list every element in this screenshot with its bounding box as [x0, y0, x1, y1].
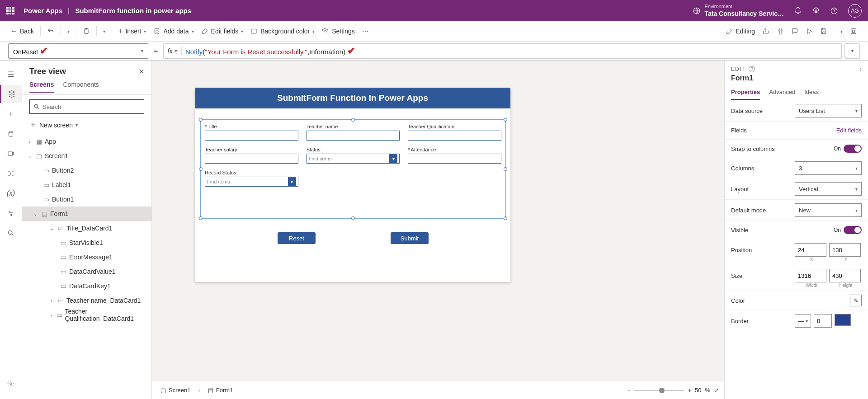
tree-item-screen1[interactable]: ⌄▢Screen1	[22, 149, 151, 163]
ptab-properties[interactable]: Properties	[731, 86, 760, 100]
fx-function: Notify	[185, 48, 203, 56]
ptab-ideas[interactable]: Ideas	[804, 86, 819, 100]
environment-picker[interactable]: Environment Tata Consultancy Servic…	[693, 4, 784, 18]
comments-button[interactable]	[788, 26, 801, 37]
tree-item-label1[interactable]: ▭Label1	[22, 178, 151, 192]
hamburger-icon[interactable]: ☰	[0, 65, 22, 83]
width-input[interactable]	[795, 269, 826, 282]
status-combo[interactable]: Find items▾	[307, 154, 400, 164]
app-screen[interactable]: SubmitForm Function in Power Apps *Title…	[195, 88, 510, 282]
edit-label: EDIT	[731, 66, 745, 72]
edit-fields-link[interactable]: Edit fields	[836, 127, 862, 134]
layout-select[interactable]: Vertical▾	[795, 182, 862, 196]
tools-icon[interactable]	[0, 204, 22, 222]
tree-item-form1[interactable]: ⌄▤Form1	[22, 207, 151, 221]
zoom-slider[interactable]	[634, 390, 684, 391]
tree-item-button2[interactable]: ▭Button2	[22, 163, 151, 178]
search-input[interactable]	[29, 99, 144, 114]
property-dropdown[interactable]: OnReset✔ ▾	[8, 43, 148, 59]
insert-button[interactable]: +Insert▾	[116, 25, 149, 37]
fit-icon[interactable]: ⤢	[714, 387, 719, 394]
data-source-select[interactable]: Users List▾	[795, 104, 862, 117]
editing-mode[interactable]: Editing	[723, 26, 758, 37]
tree-item-dcval[interactable]: ▭DataCardValue1	[22, 264, 151, 279]
default-mode-select[interactable]: New▾	[795, 203, 862, 217]
crumb-screen[interactable]: ▢ Screen1	[157, 385, 193, 395]
teacher-salary-input[interactable]	[205, 154, 298, 164]
zoom-in[interactable]: +	[688, 387, 691, 394]
height-input[interactable]	[829, 269, 861, 282]
search-icon[interactable]	[0, 224, 22, 242]
tree-view-icon[interactable]	[0, 85, 22, 103]
expand-formula[interactable]: ▾	[844, 43, 860, 59]
svg-point-12	[9, 231, 12, 235]
search-field[interactable]	[42, 103, 140, 110]
edit-fields-button[interactable]: Edit fields▾	[198, 26, 246, 37]
border-width-input[interactable]	[814, 314, 832, 328]
paste-menu[interactable]: ▾	[100, 27, 108, 36]
submit-button[interactable]: Submit	[391, 232, 429, 244]
teacher-name-input[interactable]	[307, 131, 400, 141]
app-launcher-icon[interactable]	[6, 7, 14, 15]
visible-toggle[interactable]	[844, 226, 862, 234]
gear-icon[interactable]	[812, 7, 820, 15]
teacher-qual-input[interactable]	[408, 131, 501, 141]
checker-button[interactable]	[774, 26, 787, 37]
crumb-form[interactable]: ▤ Form1	[205, 385, 236, 395]
tree-item-title-dc[interactable]: ⌄▭Title_DataCard1	[22, 221, 151, 235]
info-icon[interactable]: ?	[749, 66, 755, 72]
tree-title: Tree view	[29, 67, 66, 76]
tree-item-dckey[interactable]: ▭DataCardKey1	[22, 279, 151, 293]
save-menu[interactable]: ▾	[838, 27, 845, 36]
tree-panel: Tree view ✕ Screens Components ＋New scre…	[22, 61, 152, 399]
back-button[interactable]: ←Back	[8, 26, 37, 37]
columns-select[interactable]: 3▾	[795, 161, 862, 175]
undo-menu[interactable]: ▾	[65, 27, 72, 36]
record-status-combo[interactable]: Find items▾	[205, 177, 298, 187]
tree-item-starvisible[interactable]: ▭StarVisible1	[22, 235, 151, 250]
tree-item-app[interactable]: ›▦App	[22, 134, 151, 149]
paste-button[interactable]	[80, 26, 93, 37]
variables-icon[interactable]: (x)	[0, 184, 22, 202]
bg-color-button[interactable]: Background color▾	[248, 26, 317, 37]
close-icon[interactable]: ✕	[138, 67, 144, 76]
insert-icon[interactable]: ＋	[0, 105, 22, 123]
attendance-input[interactable]	[408, 154, 501, 164]
ptab-advanced[interactable]: Advanced	[769, 86, 795, 100]
app-header: SubmitForm Function in Power Apps	[195, 88, 510, 108]
help-icon[interactable]	[830, 7, 838, 15]
color-picker-icon[interactable]: ✎	[850, 295, 862, 306]
tab-screens[interactable]: Screens	[29, 79, 54, 93]
new-screen-button[interactable]: ＋New screen▾	[22, 117, 151, 134]
save-button[interactable]	[817, 26, 830, 37]
formula-input[interactable]: fx▾ Notify("Your Form is Reset successfu…	[163, 43, 842, 59]
tree-item-button1[interactable]: ▭Button1	[22, 192, 151, 207]
collapse-icon[interactable]: ›	[859, 65, 862, 73]
border-style[interactable]: — ▾	[795, 314, 811, 328]
zoom-out[interactable]: −	[627, 387, 631, 394]
svg-rect-6	[251, 29, 257, 33]
more-button[interactable]: ⋯	[359, 26, 371, 37]
reset-button[interactable]: Reset	[278, 232, 316, 244]
tree-item-tname-dc[interactable]: ›▭Teacher name_DataCard1	[22, 293, 151, 308]
data-icon[interactable]	[0, 125, 22, 143]
media-icon[interactable]	[0, 145, 22, 163]
tree-item-errmsg[interactable]: ▭ErrorMessage1	[22, 250, 151, 264]
title-input[interactable]	[205, 131, 298, 141]
add-data-button[interactable]: Add data▾	[151, 26, 196, 37]
flows-icon[interactable]	[0, 164, 22, 183]
rail-settings-icon[interactable]	[0, 375, 22, 393]
pos-x-input[interactable]	[795, 243, 826, 257]
share-button[interactable]	[760, 26, 772, 37]
tab-components[interactable]: Components	[63, 79, 99, 93]
play-button[interactable]	[803, 26, 816, 37]
publish-button[interactable]	[847, 26, 860, 37]
bell-icon[interactable]	[794, 7, 802, 15]
tree-item-tqual-dc[interactable]: ›▭Teacher Qualification_DataCard1	[22, 308, 151, 322]
avatar[interactable]: AG	[848, 4, 862, 18]
border-color-swatch[interactable]	[835, 314, 851, 326]
settings-button[interactable]: Settings	[319, 26, 358, 37]
pos-y-input[interactable]	[829, 243, 861, 257]
undo-button[interactable]	[44, 26, 57, 37]
snap-toggle[interactable]	[844, 145, 862, 153]
